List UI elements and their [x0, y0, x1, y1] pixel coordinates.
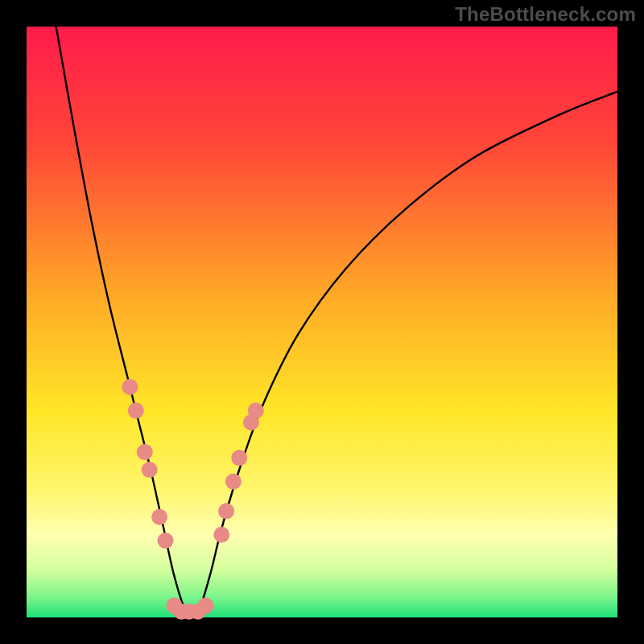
data-marker — [248, 402, 264, 419]
data-marker — [128, 402, 144, 419]
data-marker — [151, 509, 167, 525]
data-marker — [157, 533, 173, 549]
chart-frame: TheBottleneck.com — [0, 0, 644, 644]
data-marker — [197, 597, 213, 613]
plot-background — [27, 27, 617, 617]
data-marker — [218, 503, 234, 519]
data-marker — [213, 526, 229, 543]
data-marker — [122, 379, 138, 395]
data-marker — [225, 473, 242, 489]
data-marker — [137, 444, 153, 460]
watermark-text: TheBottleneck.com — [455, 3, 636, 26]
data-marker — [231, 450, 247, 466]
data-marker — [142, 462, 158, 478]
bottleneck-chart — [0, 0, 644, 644]
